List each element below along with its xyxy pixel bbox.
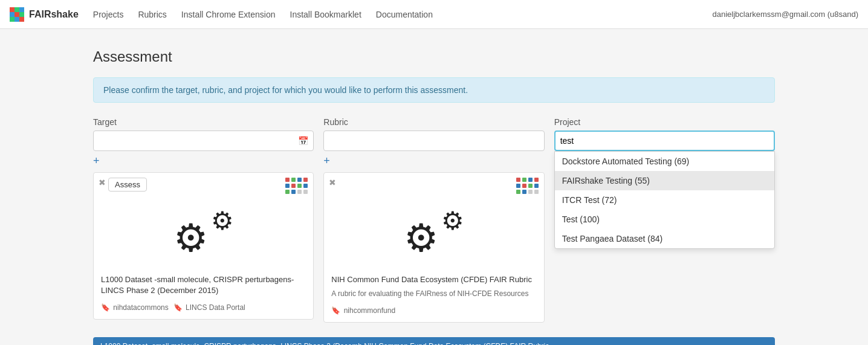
assess-button[interactable]: Assess <box>108 178 147 192</box>
svg-rect-4 <box>15 12 19 17</box>
svg-rect-7 <box>15 17 19 22</box>
rubric-grid-icon <box>516 178 539 195</box>
rubric-card-desc: A rubric for evaluating the FAIRness of … <box>331 289 536 299</box>
target-column: Target 📅 + ✖ Assess ⚙ ⚙ <box>93 117 323 320</box>
target-add-button[interactable]: + <box>93 155 100 167</box>
rubric-delete-icon[interactable]: ✖ <box>329 178 336 187</box>
target-input-icon: 📅 <box>298 136 308 146</box>
main-content: Assessment Please confirm the target, ru… <box>83 29 785 345</box>
dropdown-item-3[interactable]: Test (100) <box>555 210 774 229</box>
rubric-card: ✖ ⚙ ⚙ NIH Common Fund Data Ecosystem (CF… <box>323 172 544 323</box>
summary-bar: L1000 Dataset -small molecule, CRISPR pe… <box>93 337 775 345</box>
rubric-tag-1: 🔖 nihcommonfund <box>331 306 395 315</box>
project-input-wrapper: Dockstore Automated Testing (69) FAIRsha… <box>554 131 775 151</box>
target-card-title: L1000 Dataset -small molecule, CRISPR pe… <box>101 274 306 296</box>
target-grid-icon <box>285 178 308 195</box>
svg-rect-3 <box>10 12 15 17</box>
target-card: ✖ Assess ⚙ ⚙ L1000 Dataset -small molecu… <box>93 172 314 320</box>
svg-rect-8 <box>19 17 24 22</box>
project-dropdown: Dockstore Automated Testing (69) FAIRsha… <box>554 151 775 249</box>
project-column: Project Dockstore Automated Testing (69)… <box>554 117 775 151</box>
svg-rect-1 <box>15 7 19 12</box>
target-card-tags: 🔖 nihdatacommons 🔖 LINCS Data Portal <box>101 303 306 312</box>
project-label: Project <box>554 117 775 127</box>
target-tag-2: 🔖 LINCS Data Portal <box>173 303 245 312</box>
brand-logo[interactable]: FAIRshake <box>10 7 79 22</box>
dropdown-item-2[interactable]: ITCR Test (72) <box>555 190 774 210</box>
dropdown-item-0[interactable]: Dockstore Automated Testing (69) <box>555 152 774 171</box>
nav-rubrics[interactable]: Rubrics <box>138 10 166 19</box>
rubric-column: Rubric + ✖ ⚙ ⚙ NIH Common Fund Da <box>323 117 554 323</box>
user-email: danieljbclarkemssm@gmail.com (u8sand) <box>712 10 858 19</box>
dropdown-item-1[interactable]: FAIRshake Testing (55) <box>555 171 774 190</box>
rubric-input[interactable] <box>323 131 544 151</box>
brand-name: FAIRshake <box>29 9 79 20</box>
navbar: FAIRshake Projects Rubrics Install Chrom… <box>0 0 868 29</box>
svg-rect-0 <box>10 7 15 12</box>
brand-icon <box>10 7 24 22</box>
nav-install-chrome[interactable]: Install Chrome Extension <box>181 10 276 19</box>
columns-row: Target 📅 + ✖ Assess ⚙ ⚙ <box>93 117 775 323</box>
rubric-card-visual: ⚙ ⚙ <box>331 197 536 269</box>
rubric-label: Rubric <box>323 117 544 127</box>
rubric-card-tags: 🔖 nihcommonfund <box>331 306 536 315</box>
page-title: Assessment <box>93 48 775 65</box>
target-delete-icon[interactable]: ✖ <box>99 178 106 187</box>
target-label: Target <box>93 117 314 127</box>
nav-install-bookmarklet[interactable]: Install Bookmarklet <box>290 10 361 19</box>
dropdown-item-4[interactable]: Test Pangaea Dataset (84) <box>555 229 774 248</box>
rubric-add-button[interactable]: + <box>323 155 330 167</box>
target-tag-1: 🔖 nihdatacommons <box>101 303 169 312</box>
target-card-visual: ⚙ ⚙ <box>101 197 306 269</box>
svg-rect-2 <box>19 7 24 12</box>
nav-projects[interactable]: Projects <box>93 10 124 19</box>
svg-rect-5 <box>19 12 24 17</box>
rubric-card-title: NIH Common Fund Data Ecosystem (CFDE) FA… <box>331 274 536 285</box>
nav-documentation[interactable]: Documentation <box>376 10 433 19</box>
svg-rect-6 <box>10 17 15 22</box>
target-input[interactable]: 📅 <box>93 131 314 151</box>
alert-banner: Please confirm the target, rubric, and p… <box>93 77 775 103</box>
project-search-input[interactable] <box>554 131 775 151</box>
